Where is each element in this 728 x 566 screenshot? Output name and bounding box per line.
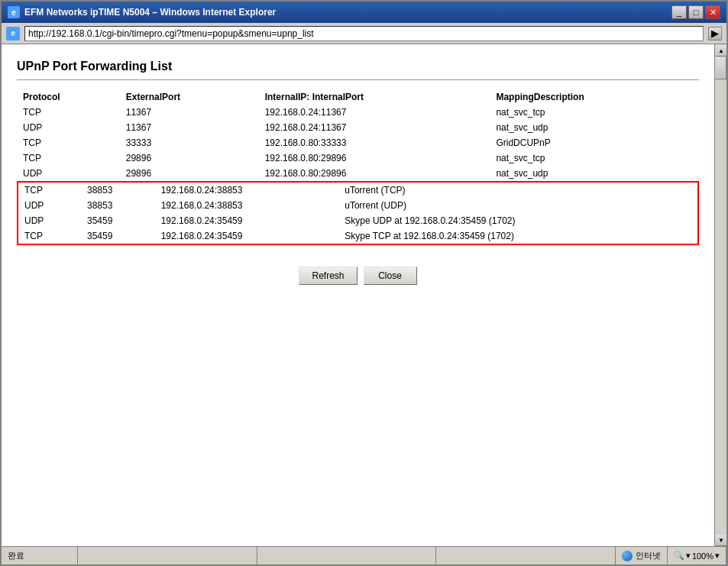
table-cell: 192.168.0.24:11367 — [259, 120, 490, 135]
highlighted-table-cell: 192.168.0.24:38853 — [155, 198, 339, 213]
table-cell: 192.168.0.24:11367 — [259, 105, 490, 120]
highlighted-table-cell: 35459 — [81, 213, 155, 228]
highlighted-table-row: TCP35459192.168.0.24:35459Skype TCP at 1… — [18, 228, 698, 244]
table-row: UDP11367192.168.0.24:11367nat_svc_udp — [17, 120, 699, 135]
table-cell: nat_svc_udp — [490, 120, 699, 135]
page-content: UPnP Port Forwarding List Protocol Exter… — [2, 44, 714, 546]
col-external-port: ExternalPort — [120, 89, 259, 105]
highlighted-table-row: UDP38853192.168.0.24:38853uTorrent (UDP) — [18, 198, 698, 213]
highlighted-table-cell: 192.168.0.24:35459 — [155, 228, 339, 244]
browser-window: e EFM Networks ipTIME N5004 – Windows In… — [0, 0, 728, 566]
table-header-row: Protocol ExternalPort InternalIP: Intern… — [17, 89, 699, 105]
minimize-button[interactable]: _ — [671, 5, 687, 19]
col-mapping: MappingDescription — [490, 89, 699, 105]
highlighted-table-cell: UDP — [18, 198, 81, 213]
zoom-dropdown[interactable]: ▾ — [715, 551, 720, 561]
table-cell: nat_svc_tcp — [490, 105, 699, 120]
col-internal-ip: InternalIP: InternalPort — [259, 89, 490, 105]
table-cell: 192.168.0.80:29896 — [259, 166, 490, 181]
table-row: TCP29896192.168.0.80:29896nat_svc_tcp — [17, 150, 699, 166]
highlighted-table-cell: TCP — [18, 182, 81, 198]
content-area: UPnP Port Forwarding List Protocol Exter… — [2, 44, 726, 546]
browser-title: EFM Networks ipTIME N5004 – Windows Inte… — [24, 7, 276, 18]
table-row: TCP33333192.168.0.80:33333GridDCUPnP — [17, 135, 699, 150]
scrollbar-track: ▲ ▼ — [714, 44, 726, 546]
table-cell: UDP — [17, 120, 120, 135]
table-cell: UDP — [17, 166, 120, 181]
table-cell: 29896 — [120, 166, 259, 181]
table-cell: 192.168.0.80:29896 — [259, 150, 490, 166]
scrollbar-down[interactable]: ▼ — [715, 534, 726, 546]
address-bar: e ▶ — [2, 23, 726, 44]
highlighted-table-cell: Skype UDP at 192.168.0.24:35459 (1702) — [338, 213, 698, 228]
status-internet: 인터넷 — [616, 547, 668, 564]
highlighted-table-cell: 38853 — [81, 198, 155, 213]
col-protocol: Protocol — [17, 89, 120, 105]
globe-icon — [622, 551, 633, 561]
zoom-icon: 🔍 — [674, 551, 684, 561]
port-table: Protocol ExternalPort InternalIP: Intern… — [17, 89, 699, 181]
status-spacer3 — [436, 547, 616, 564]
scrollbar-up[interactable]: ▲ — [715, 44, 726, 57]
address-input[interactable] — [24, 26, 704, 41]
highlighted-table-cell: TCP — [18, 228, 81, 244]
highlighted-table-row: UDP35459192.168.0.24:35459Skype UDP at 1… — [18, 213, 698, 228]
zoom-label: 100% — [692, 551, 713, 561]
table-cell: TCP — [17, 135, 120, 150]
title-bar-left: e EFM Networks ipTIME N5004 – Windows In… — [8, 6, 276, 18]
highlighted-table: TCP38853192.168.0.24:38853uTorrent (TCP)… — [17, 181, 699, 245]
page-title: UPnP Port Forwarding List — [17, 60, 699, 80]
table-cell: 192.168.0.80:33333 — [259, 135, 490, 150]
title-bar: e EFM Networks ipTIME N5004 – Windows In… — [2, 2, 726, 23]
highlighted-table-cell: 192.168.0.24:38853 — [155, 182, 339, 198]
status-spacer2 — [257, 547, 437, 564]
close-button[interactable]: ✕ — [705, 5, 720, 19]
internet-label: 인터넷 — [636, 550, 661, 561]
scrollbar-thumb-area — [715, 57, 726, 534]
table-cell: TCP — [17, 150, 120, 166]
table-row: TCP11367192.168.0.24:11367nat_svc_tcp — [17, 105, 699, 120]
highlighted-table-cell: uTorrent (TCP) — [338, 182, 698, 198]
normal-rows: TCP11367192.168.0.24:11367nat_svc_tcpUDP… — [17, 105, 699, 181]
table-cell: 33333 — [120, 135, 259, 150]
buttons-area: Refresh Close — [17, 260, 699, 291]
table-row: UDP29896192.168.0.80:29896nat_svc_udp — [17, 166, 699, 181]
highlighted-table-cell: Skype TCP at 192.168.0.24:35459 (1702) — [338, 228, 698, 244]
table-cell: GridDCUPnP — [490, 135, 699, 150]
zoom-value: ▾ — [686, 551, 691, 561]
close-button-page[interactable]: Close — [364, 267, 417, 285]
highlighted-table-row: TCP38853192.168.0.24:38853uTorrent (TCP) — [18, 182, 698, 198]
highlighted-table-cell: 38853 — [81, 182, 155, 198]
table-cell: 11367 — [120, 120, 259, 135]
refresh-button[interactable]: Refresh — [299, 267, 357, 285]
highlighted-rows: TCP38853192.168.0.24:38853uTorrent (TCP)… — [18, 182, 698, 244]
maximize-button[interactable]: □ — [688, 5, 704, 19]
highlighted-table-cell: uTorrent (UDP) — [338, 198, 698, 213]
table-cell: 11367 — [120, 105, 259, 120]
table-cell: 29896 — [120, 150, 259, 166]
status-spacer — [78, 547, 257, 564]
go-button[interactable]: ▶ — [708, 27, 722, 40]
status-bar: 완료 인터넷 🔍 ▾ 100% ▾ — [2, 546, 726, 564]
title-bar-buttons: _ □ ✕ — [671, 5, 720, 19]
ie-icon: e — [8, 6, 20, 18]
highlighted-table-cell: UDP — [18, 213, 81, 228]
back-icon[interactable]: e — [6, 27, 20, 40]
status-zoom: 🔍 ▾ 100% ▾ — [668, 547, 726, 564]
table-cell: TCP — [17, 105, 120, 120]
table-cell: nat_svc_udp — [490, 166, 699, 181]
status-done: 완료 — [2, 547, 78, 564]
scrollbar-thumb[interactable] — [715, 57, 726, 79]
highlighted-table-cell: 192.168.0.24:35459 — [155, 213, 339, 228]
table-cell: nat_svc_tcp — [490, 150, 699, 166]
highlighted-table-cell: 35459 — [81, 228, 155, 244]
